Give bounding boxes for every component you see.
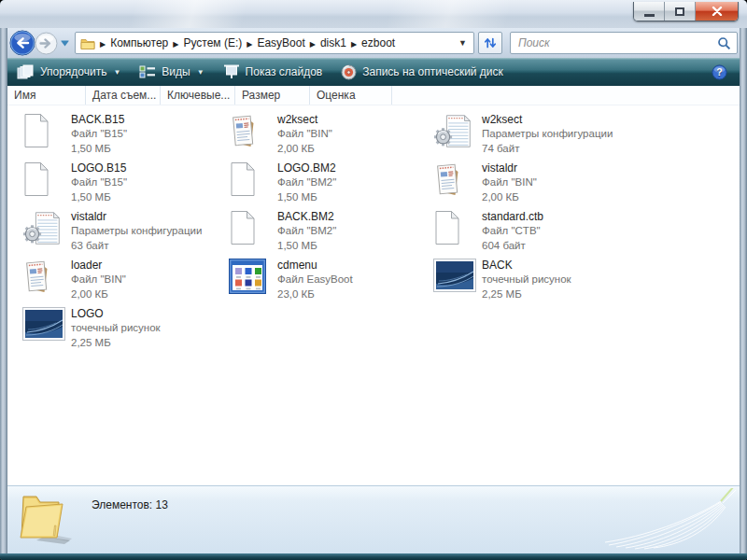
file-tile-text: w2ksectФайл "BIN"2,00 КБ xyxy=(277,112,332,156)
file-tile-text: BACK.B15Файл "B15"1,50 МБ xyxy=(71,112,127,156)
window-controls xyxy=(633,2,739,21)
toolbar-button-burn-disc[interactable]: Запись на оптический диск xyxy=(331,58,513,86)
file-tile[interactable]: loaderФайл "BIN"2,00 КБ xyxy=(21,258,227,306)
file-image xyxy=(21,306,65,341)
help-button[interactable]: ? xyxy=(712,64,727,80)
file-appwindow xyxy=(227,258,272,294)
file-name: w2ksect xyxy=(277,112,332,127)
recent-pages-dropdown[interactable] xyxy=(60,39,70,48)
file-tile[interactable]: LOGOточечный рисунок2,25 МБ xyxy=(21,306,227,355)
file-notepad xyxy=(21,258,65,296)
burn-disc-icon xyxy=(341,64,357,80)
file-tile[interactable]: standard.ctbФайл "CTB"604 байт xyxy=(431,209,740,258)
file-type: точечный рисунок xyxy=(482,273,571,287)
file-type: Файл "B15" xyxy=(71,175,127,190)
file-type: Файл "B15" xyxy=(71,127,127,142)
file-name: LOGO xyxy=(71,306,161,321)
column-header-2[interactable]: Дата съем... xyxy=(86,86,161,105)
file-tile-text: LOGO.BM2Файл "BM2"1,50 МБ xyxy=(277,161,336,204)
column-header-1[interactable]: Имя xyxy=(7,86,86,105)
file-notepad xyxy=(227,112,272,150)
file-page xyxy=(21,112,65,148)
column-header-3[interactable]: Ключевые... xyxy=(161,86,235,105)
file-tile[interactable]: LOGO.B15Файл "B15"1,50 МБ xyxy=(21,161,227,209)
breadcrumb-item[interactable]: EasyBoot xyxy=(257,36,304,49)
file-name: BACK.BM2 xyxy=(277,209,336,224)
breadcrumb-item[interactable]: ezboot xyxy=(361,36,395,49)
toolbar-button-organize[interactable]: Упорядочить▼ xyxy=(7,58,130,86)
file-tile[interactable]: w2ksectПараметры конфигурации74 байт xyxy=(431,112,740,161)
file-size: 23,0 КБ xyxy=(277,287,353,302)
file-tile-text: vistaldrФайл "BIN"2,00 КБ xyxy=(482,161,537,204)
breadcrumb-separator-icon: ▶ xyxy=(173,40,178,49)
file-name: vistaldr xyxy=(482,161,537,175)
window-frame-bottom xyxy=(0,553,747,560)
breadcrumb-item[interactable]: disk1 xyxy=(320,36,346,49)
file-tile[interactable]: LOGO.BM2Файл "BM2"1,50 МБ xyxy=(227,161,431,209)
back-button[interactable] xyxy=(9,30,35,56)
maximize-button[interactable] xyxy=(665,2,696,21)
search-icon[interactable] xyxy=(717,36,731,50)
details-pane: Элементов: 13 xyxy=(7,485,740,553)
toolbar-button-label: Запись на оптический диск xyxy=(362,65,503,78)
column-header-5[interactable]: Оценка xyxy=(310,86,392,105)
items-count: Элементов: 13 xyxy=(92,498,168,511)
file-name: LOGO.BM2 xyxy=(277,161,336,175)
folder-large-icon xyxy=(12,488,78,546)
breadcrumb-separator-icon: ▶ xyxy=(310,40,316,49)
file-tile-text: standard.ctbФайл "CTB"604 байт xyxy=(482,209,543,253)
file-size: 1,50 МБ xyxy=(277,239,336,254)
minimize-button[interactable] xyxy=(634,2,665,21)
file-size: 2,00 КБ xyxy=(277,142,332,157)
address-dropdown-icon[interactable]: ▼ xyxy=(456,38,470,48)
file-tile-text: BACKточечный рисунок2,25 МБ xyxy=(482,258,571,301)
file-page xyxy=(431,209,476,245)
file-type: Файл "BIN" xyxy=(277,127,332,142)
file-type: точечный рисунок xyxy=(71,321,161,336)
file-page xyxy=(227,209,272,245)
slideshow-icon xyxy=(223,64,240,79)
file-config xyxy=(431,112,476,150)
file-tile[interactable]: cdmenuФайл EasyBoot23,0 КБ xyxy=(227,258,431,306)
column-header-4[interactable]: Размер xyxy=(235,86,310,105)
breadcrumb-item[interactable]: Рустем (E:) xyxy=(183,36,242,49)
breadcrumb-separator-icon: ▶ xyxy=(247,40,252,49)
file-list-area[interactable]: BACK.B15Файл "B15"1,50 МБw2ksectФайл "BI… xyxy=(7,105,740,485)
breadcrumb: ▶Компьютер▶Рустем (E:)▶EasyBoot▶disk1▶ez… xyxy=(95,36,395,49)
file-size: 2,00 КБ xyxy=(71,287,126,302)
file-tile[interactable]: w2ksectФайл "BIN"2,00 КБ xyxy=(227,112,431,161)
help-icon: ? xyxy=(712,64,727,80)
file-size: 604 байт xyxy=(482,239,543,254)
file-tile-text: w2ksectПараметры конфигурации74 байт xyxy=(482,112,613,156)
close-button[interactable] xyxy=(696,2,738,21)
file-name: loader xyxy=(71,258,126,273)
forward-button[interactable] xyxy=(35,32,58,55)
window-frame-left xyxy=(0,28,7,553)
file-name: cdmenu xyxy=(277,258,353,273)
chevron-down-icon: ▼ xyxy=(197,68,204,77)
chevron-down-icon: ▼ xyxy=(113,68,120,77)
address-bar[interactable]: ▶Компьютер▶Рустем (E:)▶EasyBoot▶disk1▶ez… xyxy=(75,32,474,54)
file-type: Файл "BM2" xyxy=(277,175,336,190)
breadcrumb-separator-icon: ▶ xyxy=(100,40,106,49)
file-type: Файл "BIN" xyxy=(71,273,126,287)
breadcrumb-item[interactable]: Компьютер xyxy=(110,36,168,49)
navigation-bar: ▶Компьютер▶Рустем (E:)▶EasyBoot▶disk1▶ez… xyxy=(0,28,747,58)
toolbar-button-views[interactable]: Виды▼ xyxy=(130,58,213,86)
file-size: 2,25 МБ xyxy=(71,336,161,351)
refresh-button[interactable] xyxy=(478,32,502,54)
file-tile[interactable]: vistaldrПараметры конфигурации63 байт xyxy=(21,209,227,258)
file-type: Параметры конфигурации xyxy=(482,127,613,142)
file-tile[interactable]: BACK.BM2Файл "BM2"1,50 МБ xyxy=(227,209,431,258)
file-tile[interactable]: BACKточечный рисунок2,25 МБ xyxy=(431,258,740,306)
file-name: LOGO.B15 xyxy=(71,161,127,175)
file-name: standard.ctb xyxy=(482,209,543,224)
search-input[interactable] xyxy=(513,34,717,52)
organize-icon xyxy=(17,64,35,79)
refresh-icon xyxy=(483,35,498,50)
file-tile[interactable]: BACK.B15Файл "B15"1,50 МБ xyxy=(21,112,227,161)
file-tile[interactable]: vistaldrФайл "BIN"2,00 КБ xyxy=(431,161,740,209)
close-icon xyxy=(712,7,723,16)
svg-text:?: ? xyxy=(716,66,722,77)
toolbar-button-slideshow[interactable]: Показ слайдов xyxy=(214,58,332,86)
